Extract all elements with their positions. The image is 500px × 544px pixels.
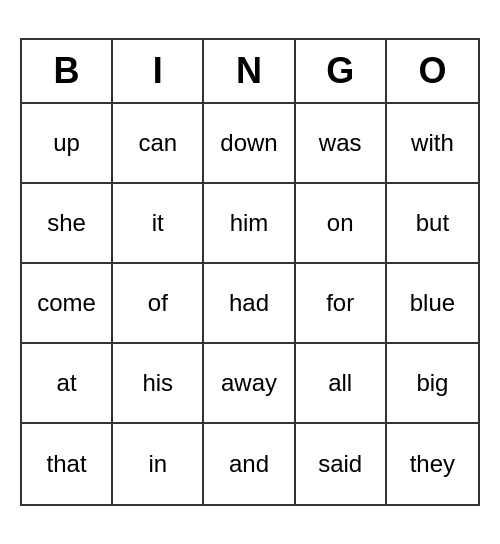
bingo-cell: with <box>387 104 478 184</box>
bingo-cell: can <box>113 104 204 184</box>
bingo-cell: for <box>296 264 387 344</box>
bingo-cell: in <box>113 424 204 504</box>
bingo-cell: she <box>22 184 113 264</box>
bingo-grid: upcandownwaswithsheithimonbutcomeofhadfo… <box>22 104 478 504</box>
bingo-cell: come <box>22 264 113 344</box>
bingo-cell: that <box>22 424 113 504</box>
bingo-cell: down <box>204 104 295 184</box>
bingo-cell: it <box>113 184 204 264</box>
bingo-header: BINGO <box>22 40 478 104</box>
bingo-cell: his <box>113 344 204 424</box>
bingo-cell: up <box>22 104 113 184</box>
bingo-cell: at <box>22 344 113 424</box>
bingo-cell: had <box>204 264 295 344</box>
bingo-cell: big <box>387 344 478 424</box>
bingo-cell: him <box>204 184 295 264</box>
bingo-header-letter: N <box>204 40 295 102</box>
bingo-header-letter: B <box>22 40 113 102</box>
bingo-header-letter: I <box>113 40 204 102</box>
bingo-cell: they <box>387 424 478 504</box>
bingo-cell: of <box>113 264 204 344</box>
bingo-cell: but <box>387 184 478 264</box>
bingo-cell: on <box>296 184 387 264</box>
bingo-card: BINGO upcandownwaswithsheithimonbutcomeo… <box>20 38 480 506</box>
bingo-cell: away <box>204 344 295 424</box>
bingo-cell: was <box>296 104 387 184</box>
bingo-cell: all <box>296 344 387 424</box>
bingo-cell: blue <box>387 264 478 344</box>
bingo-cell: said <box>296 424 387 504</box>
bingo-cell: and <box>204 424 295 504</box>
bingo-header-letter: O <box>387 40 478 102</box>
bingo-header-letter: G <box>296 40 387 102</box>
